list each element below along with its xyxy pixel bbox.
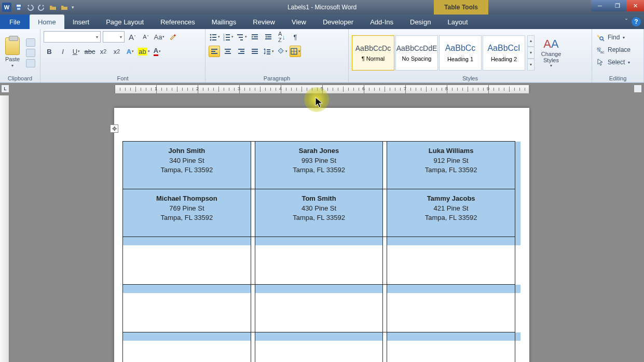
format-painter-icon[interactable] — [26, 59, 35, 67]
borders-button[interactable]: ▾ — [290, 46, 301, 57]
style-heading-2[interactable]: AaBbCcIHeading 2 — [483, 35, 525, 71]
replace-button[interactable]: abacReplace — [595, 44, 640, 56]
redo-icon[interactable] — [37, 3, 46, 11]
tab-insert[interactable]: Insert — [64, 15, 98, 29]
strikethrough-button[interactable]: abc — [84, 46, 95, 57]
gallery-scroll[interactable]: ▴ ▾ ▾ — [527, 35, 535, 71]
font-name-combo[interactable]: ▾ — [44, 31, 101, 43]
undo-icon[interactable] — [26, 3, 34, 11]
label-cell[interactable] — [255, 285, 383, 332]
page[interactable]: John Smith340 Pine StTampa, FL 33592Sara… — [114, 108, 529, 362]
close-button[interactable]: ✕ — [626, 0, 644, 11]
italic-button[interactable]: I — [57, 46, 68, 57]
tab-home[interactable]: Home — [30, 15, 64, 29]
label-cell[interactable] — [387, 285, 515, 332]
label-name: Luka Williams — [387, 147, 515, 155]
style--normal[interactable]: AaBbCcDc¶ Normal — [352, 35, 394, 71]
text-effects-button[interactable]: A▾ — [125, 46, 136, 57]
svg-rect-29 — [225, 53, 231, 54]
qat-folder-icon[interactable] — [49, 3, 57, 11]
select-button[interactable]: Select ▾ — [595, 56, 640, 68]
tab-mailings[interactable]: Mailings — [203, 15, 245, 29]
grow-font-button[interactable]: A˄ — [127, 31, 138, 43]
copy-icon[interactable] — [26, 49, 35, 57]
style-heading-1[interactable]: AaBbCcHeading 1 — [439, 35, 482, 71]
clear-formatting-button[interactable] — [167, 31, 179, 43]
table-move-handle-icon[interactable]: ✥ — [110, 124, 118, 133]
paste-button[interactable]: Paste ▾ — [3, 36, 22, 69]
change-styles-button[interactable]: AA Change Styles ▾ — [537, 37, 566, 68]
help-icon[interactable]: ? — [632, 17, 641, 26]
svg-rect-21 — [265, 34, 271, 35]
underline-button[interactable]: U▾ — [71, 46, 82, 57]
decrease-indent-button[interactable] — [249, 31, 261, 43]
align-center-button[interactable] — [222, 46, 234, 57]
ruler-area: L 123456789 — [0, 83, 644, 95]
tab-view[interactable]: View — [283, 15, 314, 29]
line-spacing-button[interactable]: ▾ — [263, 46, 274, 57]
label-cell[interactable]: Sarah Jones993 Pine StTampa, FL 33592 — [255, 142, 383, 189]
font-color-button[interactable]: A▾ — [152, 46, 163, 57]
tab-selector-button[interactable]: L — [1, 85, 9, 93]
highlight-button[interactable]: ab▾ — [138, 46, 149, 57]
sort-button[interactable]: AZ↓ — [276, 31, 287, 43]
tab-design[interactable]: Design — [402, 15, 439, 29]
tab-developer[interactable]: Developer — [314, 15, 362, 29]
font-group-label: Font — [44, 74, 202, 81]
tab-add-ins[interactable]: Add-Ins — [362, 15, 402, 29]
cut-icon[interactable] — [26, 38, 35, 47]
gallery-up-icon[interactable]: ▴ — [527, 35, 535, 47]
label-cell[interactable]: Michael Thompson769 Pine StTampa, FL 335… — [123, 189, 251, 237]
align-right-button[interactable] — [236, 46, 247, 57]
view-ruler-toggle[interactable] — [634, 85, 642, 93]
subscript-button[interactable]: x2 — [98, 46, 109, 57]
label-cell[interactable] — [255, 237, 383, 285]
label-cell[interactable] — [387, 237, 515, 285]
superscript-button[interactable]: x2 — [111, 46, 122, 57]
justify-button[interactable] — [249, 46, 261, 57]
qat-customize-icon[interactable]: ▾ — [72, 5, 74, 10]
shrink-font-button[interactable]: A˅ — [140, 31, 152, 43]
file-tab[interactable]: File — [0, 15, 30, 29]
word-app-icon[interactable]: W — [2, 3, 11, 12]
gallery-down-icon[interactable]: ▾ — [527, 47, 535, 59]
style-no-spacing[interactable]: AaBbCcDdENo Spacing — [395, 35, 438, 71]
vertical-ruler[interactable] — [0, 95, 9, 362]
bold-button[interactable]: B — [44, 46, 55, 57]
label-cell[interactable] — [123, 332, 251, 363]
maximize-button[interactable]: ❐ — [609, 0, 626, 11]
styles-gallery[interactable]: AaBbCcDc¶ NormalAaBbCcDdENo SpacingAaBbC… — [352, 35, 525, 71]
shading-button[interactable]: ▾ — [276, 46, 287, 57]
minimize-button[interactable]: ─ — [591, 0, 609, 11]
save-icon[interactable] — [15, 3, 23, 11]
tab-page-layout[interactable]: Page Layout — [98, 15, 152, 29]
labels-table[interactable]: John Smith340 Pine StTampa, FL 33592Sara… — [122, 141, 521, 362]
svg-rect-35 — [252, 53, 258, 54]
minimize-ribbon-icon[interactable]: ˇ — [625, 18, 627, 25]
label-cell[interactable]: Tom Smith430 Pine StTampa, FL 33592 — [255, 189, 383, 237]
tab-layout[interactable]: Layout — [439, 15, 476, 29]
horizontal-ruler[interactable]: 123456789 — [114, 85, 529, 94]
gallery-more-icon[interactable]: ▾ — [527, 59, 535, 71]
label-cell[interactable]: Luka Williams912 Pine StTampa, FL 33592 — [387, 142, 515, 189]
increase-indent-button[interactable] — [263, 31, 274, 43]
tab-review[interactable]: Review — [244, 15, 283, 29]
find-button[interactable]: Find ▾ — [595, 31, 640, 44]
tab-references[interactable]: References — [152, 15, 203, 29]
bullets-button[interactable]: ▾ — [209, 31, 220, 43]
label-cell[interactable] — [123, 237, 251, 285]
label-cell[interactable] — [255, 332, 383, 363]
show-marks-button[interactable]: ¶ — [290, 31, 301, 43]
qat-folder2-icon[interactable] — [60, 3, 68, 11]
align-left-button[interactable] — [209, 46, 220, 57]
font-size-combo[interactable]: ▾ — [103, 31, 125, 43]
styles-group: AaBbCcDc¶ NormalAaBbCcDdENo SpacingAaBbC… — [349, 29, 592, 82]
svg-rect-18 — [252, 34, 258, 35]
numbering-button[interactable]: 123▾ — [222, 31, 234, 43]
label-cell[interactable] — [123, 285, 251, 332]
label-cell[interactable] — [387, 332, 515, 363]
multilevel-list-button[interactable]: ▾ — [236, 31, 247, 43]
label-cell[interactable]: Tammy Jacobs421 Pine StTampa, FL 33592 — [387, 189, 515, 237]
change-case-button[interactable]: Aa▾ — [154, 31, 165, 43]
label-cell[interactable]: John Smith340 Pine StTampa, FL 33592 — [123, 142, 251, 189]
